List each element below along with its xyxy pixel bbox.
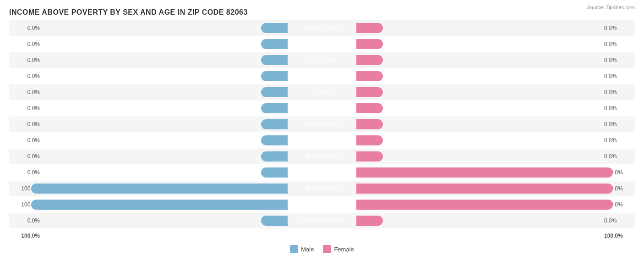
female-bar-area — [356, 36, 600, 52]
bottom-right-value: 100.0% — [600, 233, 635, 239]
male-bar-area — [44, 20, 288, 36]
female-bar-zero — [356, 39, 383, 49]
table-row: 0.0%35 to 44 Years0.0% — [9, 149, 635, 164]
male-bar-area — [44, 52, 288, 68]
bars-area: 15 Years — [44, 84, 600, 100]
female-legend-label: Female — [334, 246, 354, 253]
female-bar-zero — [356, 23, 383, 33]
female-bar-zero — [356, 87, 383, 97]
male-value: 0.0% — [9, 73, 44, 79]
table-row: 0.0%25 to 34 Years0.0% — [9, 133, 635, 148]
male-bar-area — [44, 181, 288, 196]
female-bar-area — [356, 197, 600, 212]
chart-area: 0.0%Under 5 Years0.0%0.0%5 Years0.0%0.0%… — [9, 20, 635, 242]
female-bar-area — [356, 68, 600, 84]
row-label: 75 Years and over — [288, 217, 356, 224]
female-bar-area — [356, 165, 600, 180]
bars-area: 12 to 14 Years — [44, 68, 600, 84]
male-bar — [31, 184, 288, 194]
male-bar — [31, 200, 288, 210]
male-value: 0.0% — [9, 57, 44, 63]
male-bar-zero — [261, 135, 288, 145]
male-value: 0.0% — [9, 25, 44, 31]
chart-title: INCOME ABOVE POVERTY BY SEX AND AGE IN Z… — [9, 5, 635, 18]
row-label: 12 to 14 Years — [288, 73, 356, 79]
male-bar-zero — [261, 87, 288, 97]
row-label: 5 Years — [288, 41, 356, 47]
female-legend-box — [323, 245, 331, 253]
table-row: 0.0%Under 5 Years0.0% — [9, 20, 635, 36]
female-bar-area — [356, 84, 600, 100]
male-value: 0.0% — [9, 41, 44, 47]
male-bar-area — [44, 68, 288, 84]
male-value: 0.0% — [9, 153, 44, 160]
bars-area: 75 Years and over — [44, 213, 600, 228]
row-label: 25 to 34 Years — [288, 137, 356, 144]
female-bar-zero — [356, 216, 383, 226]
female-bar — [356, 184, 613, 194]
male-bar-area — [44, 213, 288, 228]
bars-area: 65 to 74 Years — [44, 197, 600, 212]
table-row: 0.0%16 and 17 Years0.0% — [9, 100, 635, 116]
row-label: 35 to 44 Years — [288, 153, 356, 160]
female-bar-zero — [356, 119, 383, 129]
table-row: 0.0%15 Years0.0% — [9, 84, 635, 100]
female-bar-zero — [356, 55, 383, 65]
bars-area: 35 to 44 Years — [44, 149, 600, 164]
male-legend-label: Male — [301, 246, 314, 253]
bars-area: 25 to 34 Years — [44, 133, 600, 148]
female-bar-area — [356, 213, 600, 228]
male-bar-zero — [261, 216, 288, 226]
table-row: 100.0%65 to 74 Years100.0% — [9, 197, 635, 212]
table-row: 0.0%75 Years and over0.0% — [9, 213, 635, 228]
bars-area: 18 to 24 Years — [44, 117, 600, 132]
bars-area: 5 Years — [44, 36, 600, 52]
male-bar-area — [44, 165, 288, 180]
male-value: 0.0% — [9, 137, 44, 144]
female-value: 0.0% — [600, 153, 635, 160]
row-label: 65 to 74 Years — [288, 201, 356, 208]
male-bar-area — [44, 197, 288, 212]
male-value: 0.0% — [9, 217, 44, 224]
bars-area: Under 5 Years — [44, 20, 600, 36]
female-value: 0.0% — [600, 57, 635, 63]
male-bar-zero — [261, 39, 288, 49]
female-bar-area — [356, 149, 600, 164]
female-bar-area — [356, 181, 600, 196]
female-value: 0.0% — [600, 137, 635, 144]
male-value: 0.0% — [9, 169, 44, 176]
female-bar-area — [356, 100, 600, 116]
male-bar-area — [44, 149, 288, 164]
bottom-left-value: 100.0% — [9, 233, 44, 239]
male-bar-zero — [261, 23, 288, 33]
chart-container: INCOME ABOVE POVERTY BY SEX AND AGE IN Z… — [0, 0, 644, 256]
female-bar-zero — [356, 103, 383, 113]
female-bar-area — [356, 20, 600, 36]
male-bar-area — [44, 133, 288, 148]
male-bar-area — [44, 117, 288, 132]
table-row: 0.0%5 Years0.0% — [9, 36, 635, 52]
source-text: Source: ZipAtlas.com — [587, 5, 635, 10]
male-value: 0.0% — [9, 105, 44, 111]
row-label: 18 to 24 Years — [288, 121, 356, 128]
male-legend-item: Male — [290, 245, 314, 253]
female-bar-area — [356, 52, 600, 68]
male-bar-area — [44, 84, 288, 100]
bars-area: 55 to 64 Years — [44, 181, 600, 196]
table-row: 0.0%45 to 54 Years100.0% — [9, 165, 635, 180]
row-label: 45 to 54 Years — [288, 169, 356, 176]
male-bar-zero — [261, 71, 288, 81]
male-value: 0.0% — [9, 89, 44, 95]
female-bar-area — [356, 117, 600, 132]
male-bar-zero — [261, 151, 288, 161]
male-bar-area — [44, 36, 288, 52]
male-legend-box — [290, 245, 298, 253]
female-bar-area — [356, 133, 600, 148]
female-value: 0.0% — [600, 89, 635, 95]
row-label: 6 to 11 Years — [288, 57, 356, 63]
row-label: 15 Years — [288, 89, 356, 95]
legend: Male Female — [9, 245, 635, 253]
bars-area: 16 and 17 Years — [44, 100, 600, 116]
female-bar-zero — [356, 151, 383, 161]
male-bar-zero — [261, 119, 288, 129]
